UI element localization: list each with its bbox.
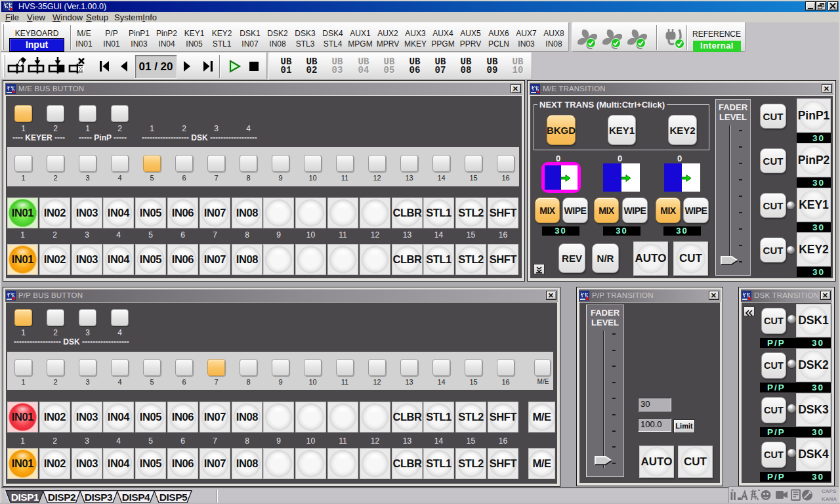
svg-text:DISP2: DISP2 (48, 492, 75, 503)
svg-text:DISP1: DISP1 (11, 492, 39, 503)
svg-text:DISP3: DISP3 (85, 492, 113, 503)
svg-text:DISP5: DISP5 (159, 492, 188, 503)
svg-text:DISP4: DISP4 (122, 492, 150, 503)
svg-text:CAPS: CAPS (822, 488, 837, 494)
svg-text:KANA: KANA (822, 496, 837, 502)
